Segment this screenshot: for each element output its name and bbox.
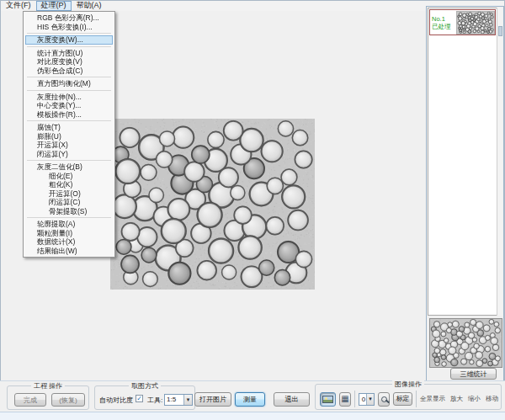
mode-option[interactable]: 放大 bbox=[450, 395, 463, 403]
menu-item[interactable]: 细化(E) bbox=[24, 172, 114, 181]
menu-item[interactable]: 粗化(K) bbox=[24, 180, 114, 189]
menu-separator bbox=[27, 90, 111, 91]
toolbar-divider bbox=[416, 391, 417, 407]
zoom-level-value: 0 bbox=[362, 396, 365, 403]
grid-view-button[interactable]: ▦ bbox=[339, 392, 351, 407]
menu-item[interactable]: 中心变换(Y)... bbox=[24, 101, 114, 110]
dropdown-menu: RGB 色彩分离(R)...HIS 色彩变换(I)...灰度变换(W)...统计… bbox=[23, 11, 115, 258]
open-image-button[interactable]: 打开图片 bbox=[194, 392, 231, 407]
chevron-down-icon[interactable]: ▾ bbox=[183, 395, 192, 405]
mode-option[interactable]: 全景显示 bbox=[420, 395, 445, 403]
result-item-line1: No.1 bbox=[432, 15, 456, 23]
menu-item[interactable]: 轮廓提取(A) bbox=[24, 220, 114, 229]
chevron-down-icon[interactable]: ▾ bbox=[366, 394, 374, 405]
results-list[interactable]: No.1 已处理 bbox=[428, 8, 497, 316]
menu-item[interactable]: RGB 色彩分离(R)... bbox=[24, 13, 114, 23]
stats-button[interactable]: 三维统计 bbox=[450, 368, 497, 380]
menu-process[interactable]: 处理(P) bbox=[36, 1, 72, 11]
menu-item[interactable]: 数据统计(X) bbox=[24, 237, 114, 247]
toolbar-divider bbox=[354, 391, 355, 407]
menu-item[interactable]: 灰度拉伸(N)... bbox=[24, 93, 114, 102]
specimen-image[interactable] bbox=[110, 119, 315, 290]
project-group: 工程 操作 完成 (恢复) bbox=[7, 385, 89, 410]
result-item-label: No.1 已处理 bbox=[430, 15, 456, 30]
auto-contrast-checkbox[interactable]: ✓ bbox=[136, 395, 143, 402]
image-ops-row: ▦ 0 ▾ 标定 全景显示放大缩小移动 bbox=[320, 391, 498, 407]
menu-item[interactable]: 开运算(X) bbox=[24, 141, 114, 150]
menu-item[interactable]: HIS 色彩变换(I)... bbox=[24, 23, 114, 32]
menu-item[interactable]: 对比度变换(V) bbox=[24, 57, 114, 66]
tool-combobox-value: 1:5 bbox=[167, 396, 176, 403]
mode-option[interactable]: 移动 bbox=[486, 395, 498, 403]
image-view-button[interactable] bbox=[320, 392, 336, 407]
bottom-toolbar: 工程 操作 完成 (恢复) 取图方式 自动对比度 ✓ 工具: 1:5 ▾ 打开图… bbox=[0, 380, 505, 412]
image-ops-group-label: 图像操作 bbox=[392, 380, 424, 388]
status-strip bbox=[0, 412, 505, 420]
scrollbar-thumb[interactable] bbox=[498, 26, 502, 36]
calibrate-button[interactable]: 标定 bbox=[393, 392, 412, 406]
menu-help[interactable]: 帮助(A) bbox=[72, 1, 107, 11]
menu-item[interactable]: 闭运算(C) bbox=[24, 198, 114, 207]
menu-item[interactable]: 结果输出(W) bbox=[24, 247, 114, 256]
zoom-level-spinner[interactable]: 0 ▾ bbox=[359, 393, 375, 406]
results-scrollbar[interactable] bbox=[497, 8, 502, 316]
menu-item[interactable]: 腐蚀(T) bbox=[24, 123, 114, 132]
menu-separator bbox=[27, 46, 111, 47]
result-item-thumbnail bbox=[456, 11, 495, 35]
tool-combobox[interactable]: 1:5 ▾ bbox=[164, 394, 193, 406]
overview-thumbnail[interactable] bbox=[429, 318, 502, 368]
image-ops-group: 图像操作 ▦ 0 ▾ 标定 全景显示放大缩小移动 bbox=[315, 384, 502, 410]
menu-separator bbox=[27, 77, 111, 77]
results-panel: No.1 已处理 三维统计 bbox=[426, 6, 504, 381]
project-group-label: 工程 操作 bbox=[31, 382, 65, 390]
menu-separator bbox=[27, 217, 111, 218]
image-icon bbox=[322, 396, 333, 403]
menu-item[interactable]: 统计直方图(U) bbox=[24, 49, 114, 58]
magnifier-button[interactable] bbox=[378, 392, 390, 407]
result-list-item[interactable]: No.1 已处理 bbox=[429, 9, 496, 35]
magnifier-icon bbox=[381, 396, 387, 402]
capture-group: 取图方式 自动对比度 ✓ 工具: 1:5 ▾ bbox=[94, 385, 195, 410]
tool-combo-label: 工具: bbox=[147, 396, 162, 405]
capture-group-label: 取图方式 bbox=[129, 382, 161, 390]
menu-item[interactable]: 灰度二值化(B) bbox=[24, 162, 114, 172]
mode-options: 全景显示放大缩小移动 bbox=[420, 395, 498, 403]
menu-item[interactable]: 灰度变换(W)... bbox=[25, 35, 113, 45]
menu-item[interactable]: 闭运算(Y) bbox=[24, 150, 114, 159]
measure-button[interactable]: 测量 bbox=[235, 392, 265, 407]
grid-icon: ▦ bbox=[341, 395, 348, 403]
menu-item[interactable]: 开运算(O) bbox=[24, 189, 114, 199]
menu-separator bbox=[27, 33, 111, 34]
menu-item[interactable]: 模板操作(R)... bbox=[24, 110, 114, 120]
result-item-line2: 已处理 bbox=[432, 23, 456, 30]
menu-item[interactable]: 直方图均衡化(M) bbox=[24, 79, 114, 88]
auto-contrast-label: 自动对比度 bbox=[99, 396, 133, 405]
app-window: 文件(F) 处理(P) 帮助(A) RGB 色彩分离(R)...HIS 色彩变换… bbox=[0, 0, 505, 420]
menu-item[interactable]: 伪彩色合成(C) bbox=[24, 66, 114, 76]
menu-file[interactable]: 文件(F) bbox=[1, 1, 36, 11]
menu-item[interactable]: 颗粒测量(I) bbox=[24, 229, 114, 238]
done-button[interactable]: 完成 bbox=[14, 393, 46, 407]
menu-separator bbox=[27, 160, 111, 161]
menu-item[interactable]: 骨架提取(S) bbox=[24, 207, 114, 216]
exit-button[interactable]: 退出 bbox=[274, 392, 310, 407]
menu-separator bbox=[27, 120, 111, 121]
restore-button[interactable]: (恢复) bbox=[51, 393, 85, 407]
menu-item[interactable]: 膨胀(U) bbox=[24, 132, 114, 141]
mode-option[interactable]: 缩小 bbox=[468, 395, 481, 403]
